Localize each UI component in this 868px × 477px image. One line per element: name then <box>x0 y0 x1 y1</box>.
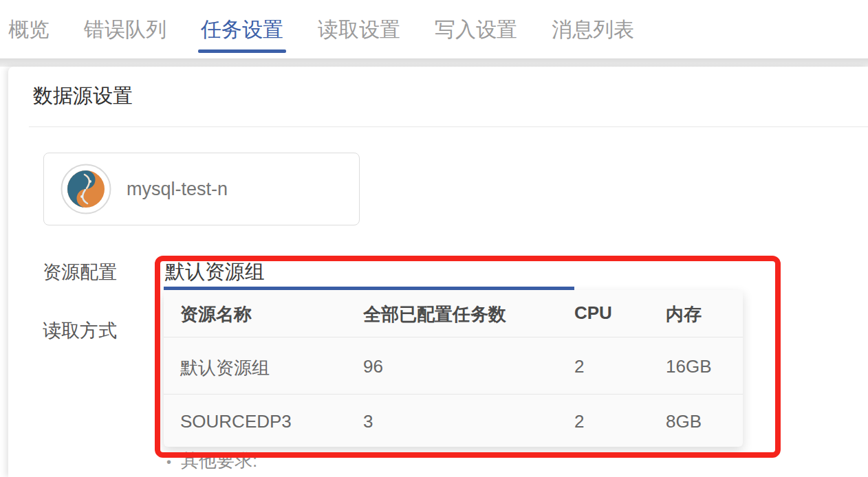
column-header-task-count: 全部已配置任务数 <box>363 302 506 326</box>
datasource-card[interactable]: mysql-test-n <box>43 153 360 225</box>
cell-cpu: 2 <box>574 356 584 377</box>
mysql-icon <box>61 164 111 214</box>
section-title: 数据源设置 <box>33 82 133 110</box>
tab-bar: 概览 错误队列 任务设置 读取设置 写入设置 消息列表 <box>0 0 868 58</box>
cell-memory: 8GB <box>666 411 702 432</box>
tab-task-settings[interactable]: 任务设置 <box>201 0 283 58</box>
cell-task-count: 96 <box>363 356 383 377</box>
column-header-resource-name: 资源名称 <box>180 302 252 326</box>
title-divider <box>29 126 868 127</box>
read-mode-label: 读取方式 <box>43 318 117 343</box>
tab-message-list[interactable]: 消息列表 <box>552 0 634 58</box>
cell-cpu: 2 <box>574 411 584 432</box>
tab-write-settings[interactable]: 写入设置 <box>435 0 517 58</box>
tab-error-queue[interactable]: 错误队列 <box>84 0 166 58</box>
task-settings-panel: 数据源设置 mysql-test-n 资源配置 读取方式 默认资源组 资源名称 … <box>8 67 868 477</box>
cell-task-count: 3 <box>363 411 373 432</box>
column-header-memory: 内存 <box>666 302 702 326</box>
cell-memory: 16GB <box>666 356 712 377</box>
partial-text-label: 其他要求: <box>181 450 257 471</box>
resource-group-dropdown: 资源名称 全部已配置任务数 CPU 内存 默认资源组 96 2 16GB SOU… <box>164 290 743 447</box>
resource-group-select[interactable]: 默认资源组 <box>165 258 265 286</box>
tab-read-settings[interactable]: 读取设置 <box>318 0 400 58</box>
bullet-icon: • <box>166 454 171 469</box>
datasource-name: mysql-test-n <box>127 179 228 200</box>
resource-config-label: 资源配置 <box>43 260 117 285</box>
background-band <box>0 58 868 67</box>
cell-resource-name: SOURCEDP3 <box>180 411 292 432</box>
tab-overview[interactable]: 概览 <box>8 0 50 58</box>
column-header-cpu: CPU <box>574 302 612 324</box>
cell-resource-name: 默认资源组 <box>180 356 270 380</box>
partially-hidden-bullet-text: •其他要求: <box>166 449 257 473</box>
